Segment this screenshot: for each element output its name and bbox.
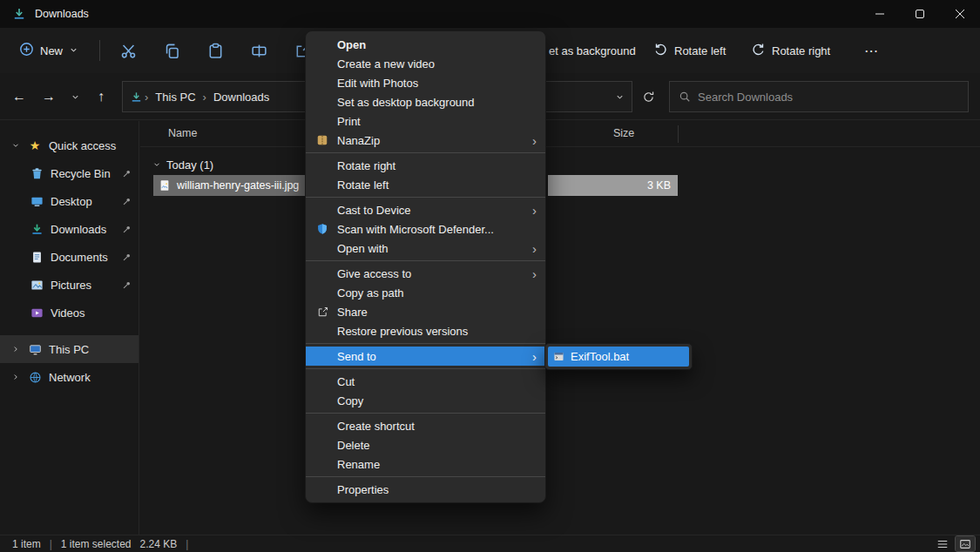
up-button[interactable]: ↑ [89, 84, 113, 109]
address-dropdown-button[interactable] [615, 92, 625, 102]
menu-label: Properties [337, 483, 389, 496]
close-button[interactable] [940, 0, 980, 28]
menu-label: Print [337, 115, 361, 128]
quick-access-star-icon: ★ [24, 138, 45, 152]
menu-label: Rename [337, 458, 380, 471]
menu-label: Cast to Device [337, 204, 411, 217]
rotate-left-button[interactable]: Rotate left [653, 28, 726, 73]
menu-item-open-with[interactable]: Open with › [306, 239, 545, 258]
rename-button[interactable] [243, 35, 274, 66]
group-header-today[interactable]: Today (1) [152, 154, 213, 175]
pin-icon [122, 279, 132, 293]
menu-item-delete[interactable]: Delete [306, 435, 545, 454]
rotate-left-icon [653, 42, 668, 59]
sidebar-label: Desktop [47, 195, 92, 208]
menu-item-open[interactable]: Open [306, 35, 545, 54]
more-icon: ⋯ [864, 43, 879, 59]
menu-item-create-shortcut[interactable]: Create shortcut [306, 416, 545, 435]
menu-item-send-to[interactable]: Send to › [306, 347, 545, 366]
new-button[interactable]: New [10, 37, 87, 64]
thumbnail-view-button[interactable] [956, 536, 975, 551]
menu-item-scan-with-defender[interactable]: Scan with Microsoft Defender... [306, 219, 545, 239]
new-button-label: New [40, 44, 63, 57]
column-header-name[interactable]: Name [168, 127, 197, 139]
menu-item-rotate-right[interactable]: Rotate right [306, 156, 545, 175]
chevron-right-icon[interactable] [7, 373, 24, 381]
toolbar-divider [99, 40, 100, 61]
copy-button[interactable] [156, 35, 187, 66]
downloads-folder-icon [12, 7, 26, 21]
sidebar-item-network[interactable]: Network [0, 363, 139, 391]
sidebar-item-quick-access[interactable]: ★ Quick access [0, 131, 139, 159]
sidebar-item-recycle-bin[interactable]: Recycle Bin [0, 159, 139, 187]
back-button[interactable]: ← [7, 84, 31, 109]
close-icon [956, 10, 964, 18]
chevron-down-icon[interactable] [7, 141, 24, 150]
menu-item-nanazip[interactable]: NanaZip › [306, 131, 545, 150]
menu-item-copy[interactable]: Copy [306, 391, 545, 410]
menu-label: Create a new video [337, 57, 435, 71]
sidebar-item-documents[interactable]: Documents [0, 243, 139, 271]
menu-item-rotate-left[interactable]: Rotate left [306, 175, 545, 194]
submenu-arrow-icon: › [532, 134, 537, 147]
minimize-button[interactable] [860, 0, 900, 28]
menu-item-create-a-new-video[interactable]: Create a new video [306, 54, 545, 73]
maximize-icon [916, 10, 924, 18]
file-name: william-henry-gates-iii.jpg [177, 179, 299, 192]
chevron-down-icon [69, 44, 78, 57]
search-input[interactable] [698, 91, 959, 104]
menu-item-copy-as-path[interactable]: Copy as path [306, 283, 545, 302]
search-box[interactable] [669, 81, 969, 112]
recent-locations-button[interactable] [66, 84, 84, 109]
menu-item-restore-previous-versions[interactable]: Restore previous versions [306, 321, 545, 340]
status-bar: 1 item | 1 item selected 2.24 KB | [0, 535, 980, 552]
cut-button[interactable] [112, 35, 144, 66]
forward-button[interactable]: → [37, 84, 61, 109]
menu-item-cast-to-device[interactable]: Cast to Device › [306, 200, 545, 219]
rotate-right-button[interactable]: Rotate right [751, 28, 830, 73]
send-to-submenu: ExifTool.bat [544, 343, 693, 370]
menu-item-set-as-desktop-background[interactable]: Set as desktop background [306, 92, 545, 111]
sidebar-label: Quick access [45, 139, 116, 152]
column-header-size[interactable]: Size [613, 127, 634, 139]
breadcrumb-this-pc[interactable]: This PC [150, 91, 200, 104]
menu-item-share[interactable]: Share [306, 302, 545, 321]
menu-separator [306, 152, 545, 153]
set-as-background-button[interactable]: et as background [549, 28, 636, 73]
menu-item-edit-with-photos[interactable]: Edit with Photos [306, 73, 545, 92]
breadcrumb-downloads[interactable]: Downloads [208, 91, 274, 104]
paste-button[interactable] [199, 35, 231, 66]
sidebar-item-videos[interactable]: Videos [0, 299, 139, 326]
file-size-cell: 3 KB [548, 175, 678, 196]
menu-item-give-access-to[interactable]: Give access to › [306, 264, 545, 283]
see-more-button[interactable]: ⋯ [857, 28, 886, 73]
chevron-right-icon[interactable] [7, 345, 24, 353]
menu-item-cut[interactable]: Cut [306, 372, 545, 391]
rotate-left-label: Rotate left [674, 44, 726, 57]
sidebar-item-downloads[interactable]: Downloads [0, 215, 139, 243]
search-icon [679, 91, 691, 103]
menu-item-print[interactable]: Print [306, 111, 545, 131]
menu-separator [306, 260, 545, 261]
chevron-down-icon [615, 92, 625, 102]
sidebar-item-this-pc[interactable]: This PC [0, 335, 139, 363]
navigation-pane: ★ Quick access Recycle Bin Desktop Downl… [0, 121, 139, 535]
submenu-arrow-icon: › [532, 267, 537, 280]
maximize-button[interactable] [900, 0, 940, 28]
submenu-item-exiftool[interactable]: ExifTool.bat [548, 347, 689, 367]
downloads-location-icon [130, 91, 143, 104]
refresh-button[interactable] [636, 84, 660, 109]
menu-separator [306, 368, 545, 369]
menu-label: Rotate left [337, 178, 389, 192]
chevron-down-icon [71, 92, 80, 102]
menu-item-rename[interactable]: Rename [306, 454, 545, 474]
sidebar-item-pictures[interactable]: Pictures [0, 271, 139, 299]
details-view-button[interactable] [933, 536, 952, 551]
sidebar-item-desktop[interactable]: Desktop [0, 187, 139, 215]
pin-icon [122, 224, 132, 237]
sidebar-label: Recycle Bin [47, 167, 111, 180]
status-divider: | [186, 538, 188, 550]
column-divider[interactable] [678, 125, 679, 143]
documents-icon [26, 251, 47, 264]
menu-item-properties[interactable]: Properties [306, 480, 545, 499]
